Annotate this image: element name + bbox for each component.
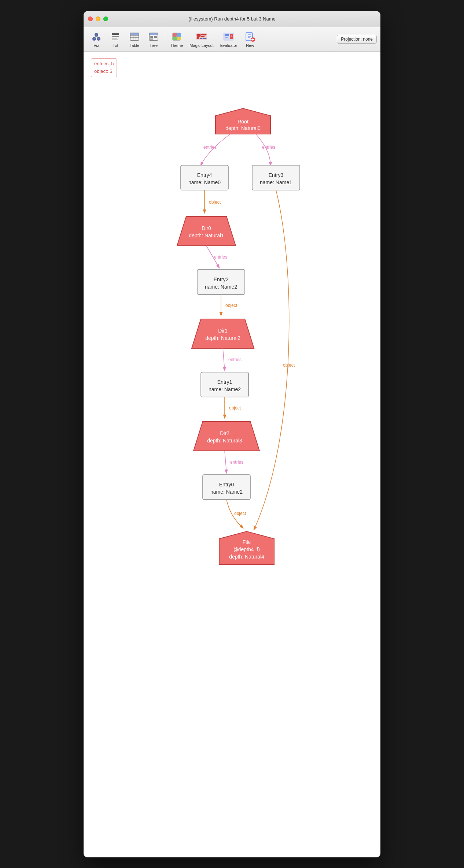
window-title: (filesystem) Run depth4 for 5 but 3 Name <box>188 16 276 22</box>
close-button[interactable] <box>88 16 93 21</box>
svg-rect-34 <box>225 37 228 38</box>
toolbar-theme[interactable]: Theme <box>167 29 186 49</box>
svg-rect-18 <box>154 36 157 38</box>
svg-text:entries: entries <box>214 255 227 260</box>
svg-text:name: Name0: name: Name0 <box>188 179 221 185</box>
toolbar-new[interactable]: New <box>241 29 259 49</box>
svg-text:object: object <box>234 511 246 516</box>
svg-text:name: Name1: name: Name1 <box>260 179 292 185</box>
toolbar-evaluator[interactable]: ≡ Evaluator <box>217 29 240 49</box>
svg-rect-6 <box>112 36 119 37</box>
svg-text:object: object <box>283 363 295 368</box>
svg-rect-31 <box>203 38 207 40</box>
svg-text:entries: entries <box>230 460 243 465</box>
svg-text:entries: entries <box>262 145 275 150</box>
svg-rect-22 <box>177 33 181 37</box>
maximize-button[interactable] <box>103 16 108 21</box>
svg-text:depth: Natural4: depth: Natural4 <box>229 554 264 560</box>
svg-text:entries: entries <box>203 145 217 150</box>
svg-rect-17 <box>150 36 153 38</box>
svg-rect-24 <box>177 37 181 40</box>
svg-text:entries: entries <box>228 357 242 362</box>
separator-1 <box>165 32 165 47</box>
svg-rect-33 <box>225 34 229 36</box>
minimize-button[interactable] <box>96 16 100 21</box>
main-window: (filesystem) Run depth4 for 5 but 3 Name… <box>84 11 380 857</box>
svg-text:≡: ≡ <box>231 34 232 38</box>
magic-layout-label: Magic Layout <box>189 43 213 48</box>
svg-rect-30 <box>200 38 202 40</box>
new-label: New <box>246 43 254 48</box>
svg-text:File: File <box>243 539 251 545</box>
magic-layout-icon <box>196 31 207 42</box>
svg-text:name: Name2: name: Name2 <box>210 489 243 495</box>
svg-text:object: object <box>209 200 221 205</box>
projection-button[interactable]: Projection: none <box>337 35 377 44</box>
svg-text:Dir0: Dir0 <box>202 225 211 231</box>
theme-label: Theme <box>170 43 183 48</box>
new-icon <box>244 31 256 42</box>
tree-diagram: Root depth: Natural0 entries entries Ent… <box>84 52 380 857</box>
toolbar-magic-layout[interactable]: Magic Layout <box>187 29 216 49</box>
svg-rect-27 <box>201 34 206 36</box>
svg-rect-16 <box>149 33 158 35</box>
dir1-node[interactable] <box>192 319 254 348</box>
svg-rect-21 <box>173 33 177 37</box>
svg-rect-7 <box>112 38 117 38</box>
svg-rect-5 <box>112 33 119 35</box>
svg-text:depth: Natural2: depth: Natural2 <box>205 335 240 341</box>
table-icon <box>129 31 140 42</box>
titlebar: (filesystem) Run depth4 for 5 but 3 Name <box>84 11 380 27</box>
svg-rect-14 <box>130 33 139 35</box>
main-content: entries: 5 object: 5 Root depth: Natural… <box>84 52 380 857</box>
svg-rect-26 <box>197 34 201 37</box>
svg-rect-23 <box>173 37 177 40</box>
svg-text:($depth4_f): ($depth4_f) <box>233 546 260 552</box>
svg-rect-19 <box>150 38 153 40</box>
svg-text:name: Name2: name: Name2 <box>205 284 237 290</box>
svg-text:Entry1: Entry1 <box>217 379 232 385</box>
svg-text:depth: Natural0: depth: Natural0 <box>225 125 261 131</box>
traffic-lights <box>88 16 108 21</box>
svg-text:Root: Root <box>237 119 248 125</box>
svg-text:object: object <box>225 303 237 308</box>
svg-rect-28 <box>201 36 205 37</box>
toolbar-tree[interactable]: Tree <box>144 29 163 49</box>
svg-text:Entry4: Entry4 <box>197 172 212 178</box>
svg-text:Dir2: Dir2 <box>220 430 229 436</box>
toolbar-viz[interactable]: Viz <box>87 29 106 49</box>
theme-icon <box>171 31 183 42</box>
svg-rect-29 <box>197 37 199 39</box>
svg-text:depth: Natural3: depth: Natural3 <box>207 438 242 444</box>
svg-text:Entry0: Entry0 <box>219 482 234 487</box>
svg-rect-8 <box>112 40 118 40</box>
table-label: Table <box>130 43 139 48</box>
toolbar: Viz Txt <box>84 27 380 52</box>
dir2-node[interactable] <box>194 422 259 451</box>
svg-text:object: object <box>229 405 241 411</box>
evaluator-label: Evaluator <box>220 43 237 48</box>
viz-label: Viz <box>93 43 99 48</box>
evaluator-icon: ≡ <box>223 31 235 42</box>
tree-icon <box>148 31 159 42</box>
txt-label: Txt <box>113 43 118 48</box>
tree-label: Tree <box>150 43 158 48</box>
svg-text:Dir1: Dir1 <box>218 328 228 334</box>
svg-text:Entry2: Entry2 <box>214 277 229 282</box>
svg-text:depth: Natural1: depth: Natural1 <box>189 233 224 238</box>
svg-text:Entry3: Entry3 <box>269 172 284 178</box>
dir0-node[interactable] <box>177 216 236 246</box>
svg-text:name: Name2: name: Name2 <box>209 386 241 392</box>
toolbar-txt[interactable]: Txt <box>106 29 125 49</box>
txt-icon <box>110 31 121 42</box>
viz-icon <box>91 31 102 42</box>
toolbar-table[interactable]: Table <box>125 29 144 49</box>
